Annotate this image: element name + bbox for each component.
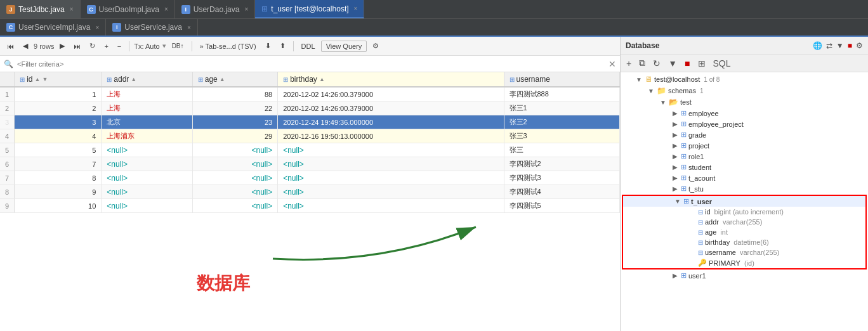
tab-userdaoimpl[interactable]: C UserDaoImpl.java ×	[81, 0, 175, 18]
close-icon[interactable]: ×	[95, 24, 99, 31]
tree-item-col-username[interactable]: ⊟ username varchar(255)	[623, 247, 865, 257]
table-row[interactable]: 67<null><null><null>李四测试2	[0, 157, 620, 171]
cell-birthday[interactable]: <null>	[278, 143, 504, 157]
cell-id[interactable]: 4	[15, 129, 102, 143]
add-db-button[interactable]: +	[624, 58, 633, 69]
cell-addr[interactable]: <null>	[102, 157, 192, 171]
delete-row-button[interactable]: −	[114, 41, 124, 51]
db-icon-button[interactable]: DB↑	[169, 41, 187, 51]
close-icon[interactable]: ×	[244, 6, 248, 13]
close-icon[interactable]: ×	[70, 6, 74, 13]
nav-next-button[interactable]: ▶	[56, 41, 68, 51]
tab-userserviceimpl[interactable]: C UserServiceImpl.java ×	[0, 19, 106, 36]
sort-asc-icon[interactable]: ▲	[220, 76, 225, 82]
cell-age[interactable]: 29	[192, 129, 277, 143]
expand-icon[interactable]: ▼	[647, 88, 655, 94]
cell-addr[interactable]: <null>	[102, 199, 192, 213]
cell-birthday[interactable]: <null>	[278, 171, 504, 185]
nav-last-button[interactable]: ⏭	[70, 41, 84, 51]
cell-age[interactable]: <null>	[192, 171, 277, 185]
expand-icon[interactable]: ▼	[659, 99, 667, 106]
tree-item-col-age[interactable]: ⊟ age int	[623, 227, 865, 237]
cell-birthday[interactable]: <null>	[278, 157, 504, 171]
expand-icon[interactable]: ▶	[671, 272, 679, 279]
tree-item-col-birthday[interactable]: ⊟ birthday datetime(6)	[623, 237, 865, 247]
col-header-age[interactable]: ⊞ age ▲	[192, 72, 277, 87]
expand-icon[interactable]: ▶	[671, 153, 679, 160]
table-row[interactable]: 44上海浦东292020-12-16 19:50:13.000000张三3	[0, 129, 620, 143]
copy-db-button[interactable]: ⧉	[637, 57, 647, 69]
expand-icon[interactable]: ▼	[635, 76, 643, 83]
tree-item-role1[interactable]: ▶ ⊞ role1	[621, 151, 868, 162]
cell-id[interactable]: 5	[15, 143, 102, 157]
tree-item-test[interactable]: ▼ 📂 test	[621, 96, 868, 108]
settings-icon[interactable]: ⚙	[856, 41, 863, 50]
cell-username[interactable]: 李四测试888	[504, 87, 620, 101]
cell-birthday[interactable]: 2020-12-02 14:26:00.379000	[278, 101, 504, 115]
tree-item-col-id[interactable]: ⊟ id bigint (auto increment)	[623, 207, 865, 217]
expand-icon[interactable]: ▶	[671, 185, 679, 192]
cell-age[interactable]: 23	[192, 115, 277, 129]
cell-age[interactable]: <null>	[192, 143, 277, 157]
download-button[interactable]: ⬇	[262, 41, 274, 51]
tree-item-col-addr[interactable]: ⊟ addr varchar(255)	[623, 217, 865, 227]
cell-id[interactable]: 10	[15, 199, 102, 213]
sort-asc-icon[interactable]: ▲	[319, 76, 325, 82]
table-row[interactable]: 22上海222020-12-02 14:26:00.379000张三1	[0, 101, 620, 115]
tree-item-t-acount[interactable]: ▶ ⊞ t_acount	[621, 172, 868, 183]
table-row[interactable]: 910<null><null><null>李四测试5	[0, 199, 620, 213]
close-icon[interactable]: ×	[354, 5, 358, 12]
cell-addr[interactable]: <null>	[102, 185, 192, 199]
stop-db-button[interactable]: ■	[683, 58, 692, 69]
cell-username[interactable]: 张三3	[504, 129, 620, 143]
cell-birthday[interactable]: 2020-12-24 19:49:36.000000	[278, 115, 504, 129]
cell-username[interactable]: 张三	[504, 143, 620, 157]
sort-asc-icon[interactable]: ▲	[131, 76, 136, 82]
tree-item-t-stu[interactable]: ▶ ⊞ t_stu	[621, 183, 868, 194]
col-header-id[interactable]: ⊞ id ▲ ▼	[15, 72, 102, 87]
upload-button[interactable]: ⬆	[277, 41, 289, 51]
cell-addr[interactable]: <null>	[102, 143, 192, 157]
expand-icon[interactable]: ▼	[674, 198, 681, 205]
cell-username[interactable]: 李四测试5	[504, 199, 620, 213]
tree-item-schemas[interactable]: ▼ 📁 schemas 1	[621, 85, 868, 96]
cell-addr[interactable]: <null>	[102, 171, 192, 185]
sql-db-button[interactable]: SQL	[711, 58, 733, 69]
tab-t-user[interactable]: ⊞ t_user [test@localhost] ×	[255, 0, 364, 18]
stop-icon[interactable]: ■	[848, 41, 852, 50]
cell-addr[interactable]: 上海	[102, 101, 192, 115]
cell-birthday[interactable]: <null>	[278, 185, 504, 199]
close-icon[interactable]: ✕	[608, 59, 616, 69]
add-row-button[interactable]: +	[101, 41, 111, 51]
sort-desc-icon[interactable]: ▼	[42, 76, 48, 82]
tree-item-primary-key[interactable]: 🔑 PRIMARY (id)	[623, 257, 865, 268]
cell-addr[interactable]: 北京	[102, 115, 192, 129]
cell-age[interactable]: <null>	[192, 199, 277, 213]
tab-userservice[interactable]: I UserService.java ×	[106, 19, 198, 36]
settings-button[interactable]: ⚙	[369, 41, 382, 51]
tab-testjdbc[interactable]: J TestJdbc.java ×	[0, 0, 81, 18]
refresh-db-button[interactable]: ↻	[651, 58, 662, 69]
close-icon[interactable]: ×	[164, 6, 168, 13]
filter-icon[interactable]: ▼	[836, 41, 844, 50]
table-row[interactable]: 11上海882020-12-02 14:26:00.379000李四测试888	[0, 87, 620, 101]
sort-asc-icon[interactable]: ▲	[34, 76, 40, 82]
cell-username[interactable]: 李四测试2	[504, 157, 620, 171]
cell-id[interactable]: 7	[15, 157, 102, 171]
table-row[interactable]: 33北京232020-12-24 19:49:36.000000张三2	[0, 115, 620, 129]
cell-birthday[interactable]: 2020-12-02 14:26:00.379000	[278, 87, 504, 101]
expand-icon[interactable]: ▶	[671, 142, 679, 149]
cell-addr[interactable]: 上海浦东	[102, 129, 192, 143]
cell-username[interactable]: 李四测试4	[504, 185, 620, 199]
view-query-button[interactable]: View Query	[321, 41, 367, 52]
nav-first-button[interactable]: ⏮	[4, 41, 17, 51]
tx-dropdown-arrow[interactable]: ▾	[162, 42, 166, 50]
cell-birthday[interactable]: <null>	[278, 199, 504, 213]
sync-icon[interactable]: ⇄	[826, 41, 832, 50]
filter-db-button[interactable]: ▼	[666, 58, 679, 69]
cell-username[interactable]: 李四测试3	[504, 171, 620, 185]
cell-addr[interactable]: 上海	[102, 87, 192, 101]
tree-item-employee-project[interactable]: ▶ ⊞ employee_project	[621, 119, 868, 129]
cell-username[interactable]: 张三1	[504, 101, 620, 115]
col-header-addr[interactable]: ⊞ addr ▲	[102, 72, 192, 87]
